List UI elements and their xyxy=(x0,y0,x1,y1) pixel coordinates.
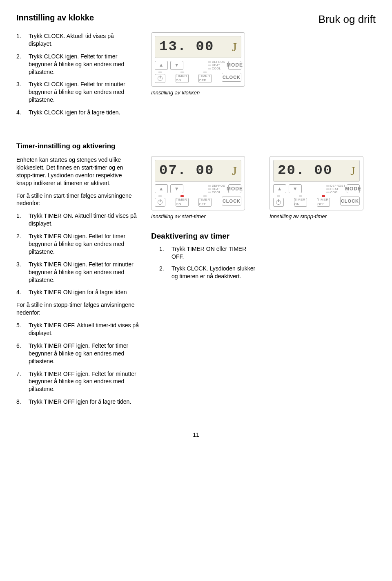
timer-off-button[interactable]: TIMER OFF xyxy=(317,198,330,207)
list-item: Trykk CLOCK igjen. Feltet for minutter b… xyxy=(29,80,139,104)
list-item: Trykk TIMER ON igjen. Feltet for minutte… xyxy=(29,261,139,284)
timer-on-led xyxy=(299,195,302,197)
lcd-time: 13. 00 xyxy=(159,38,214,56)
timer-off-button[interactable]: TIMER OFF xyxy=(198,74,212,83)
up-button[interactable]: ▲ xyxy=(273,184,286,193)
list-item: Trykk TIMER ON. Aktuell timer-tid vises … xyxy=(29,212,139,228)
section-title-deactivate: Deaktivering av timer xyxy=(151,231,257,241)
clock-button[interactable]: CLOCK xyxy=(340,197,360,206)
section-title-clock: Innstilling av klokke xyxy=(16,12,94,23)
power-icon xyxy=(158,76,163,81)
page-header: Innstilling av klokke Bruk og drift xyxy=(16,12,376,29)
timer-stop-steps-list: Trykk TIMER OFF. Aktuell timer-tid vises… xyxy=(16,322,139,406)
section-title-timer: Timer-innstilling og aktivering xyxy=(16,142,376,151)
timer-on-button[interactable]: TIMER ON xyxy=(294,198,307,207)
panel-caption-clock: Innstilling av klokken xyxy=(151,89,257,96)
lcd-display: 13. 00 J xyxy=(155,36,241,58)
lcd-display: 20. 00 J xyxy=(273,160,360,182)
brand-logo: J xyxy=(232,163,237,179)
power-button[interactable] xyxy=(155,198,165,207)
clock-steps-list: Trykk CLOCK. Aktuell tid vises på displa… xyxy=(16,32,139,116)
list-item: Trykk CLOCK igjen. Feltet for timer begy… xyxy=(29,53,139,76)
power-led xyxy=(158,72,162,73)
clock-button[interactable]: CLOCK xyxy=(222,197,241,206)
lcd-time: 07. 00 xyxy=(159,161,214,180)
list-item: Trykk CLOCK. Lysdioden slukker og timere… xyxy=(172,265,257,280)
list-item: Trykk TIMER ON igjen for å lagre tiden xyxy=(29,288,127,296)
brand-logo: J xyxy=(232,39,237,56)
panel-caption-stop: Innstilling av stopp-timer xyxy=(270,213,376,220)
power-led xyxy=(277,195,280,197)
power-button[interactable] xyxy=(273,198,284,207)
timer-off-button[interactable]: TIMER OFF xyxy=(198,198,212,207)
timer-on-button[interactable]: TIMER ON xyxy=(176,74,189,83)
list-item: Trykk TIMER ON igjen. Feltet for timer b… xyxy=(29,232,139,256)
timer-intro-stop: For å stille inn stopp-timer følges anvi… xyxy=(16,301,139,317)
up-button[interactable]: ▲ xyxy=(155,184,168,193)
mode-indicators: DEFROST HEAT COOL xyxy=(208,184,227,194)
list-item: Trykk TIMER ON eller TIMER OFF. xyxy=(172,245,257,261)
power-icon xyxy=(276,200,281,205)
control-panel-stop-timer: 20. 00 J ▲ ▼ DEFROST HEAT COOL xyxy=(270,156,363,210)
timer-intro: Enheten kan startes og stenges ved ulike… xyxy=(16,156,139,187)
section-timer: Enheten kan startes og stenges ved ulike… xyxy=(16,156,376,411)
lcd-time: 20. 00 xyxy=(278,161,332,180)
page-category: Bruk og drift xyxy=(318,12,376,27)
up-button[interactable]: ▲ xyxy=(155,61,168,70)
page-number: 11 xyxy=(16,431,376,439)
deactivate-steps-list: Trykk TIMER ON eller TIMER OFF. Trykk CL… xyxy=(159,245,257,280)
section-clock: Trykk CLOCK. Aktuell tid vises på displa… xyxy=(16,32,376,121)
timer-off-led xyxy=(322,195,325,197)
list-item: Trykk TIMER OFF. Aktuell timer-tid vises… xyxy=(29,322,139,337)
down-button[interactable]: ▼ xyxy=(170,61,183,70)
timer-on-led xyxy=(180,195,184,197)
mode-button[interactable]: MODE xyxy=(347,184,360,193)
brand-logo: J xyxy=(350,163,355,179)
list-item: Trykk CLOCK igjen for å lagre tiden. xyxy=(29,109,120,116)
list-item: Trykk TIMER OFF igjen. Feltet for minutt… xyxy=(29,370,139,393)
list-item: Trykk TIMER OFF igjen. Feltet for timer … xyxy=(29,342,139,365)
mode-indicators: DEFROST HEAT COOL xyxy=(326,184,345,194)
clock-button[interactable]: CLOCK xyxy=(222,73,241,82)
list-item: Trykk TIMER OFF igjen for å lagre tiden. xyxy=(29,398,131,406)
list-item: Trykk CLOCK. Aktuell tid vises på displa… xyxy=(29,32,139,48)
control-panel-start-timer: 07. 00 J ▲ ▼ DEFROST HEAT COOL xyxy=(151,156,245,210)
mode-button[interactable]: MODE xyxy=(228,184,241,193)
mode-indicators: DEFROST HEAT COOL xyxy=(208,60,227,70)
power-led xyxy=(158,195,162,197)
down-button[interactable]: ▼ xyxy=(170,184,183,193)
timer-off-led xyxy=(203,72,207,73)
timer-start-steps-list: Trykk TIMER ON. Aktuell timer-tid vises … xyxy=(16,212,139,296)
control-panel-clock: 13. 00 J ▲ ▼ DEFROST HEAT COOL xyxy=(151,32,245,87)
power-icon xyxy=(158,200,163,205)
panel-caption-start: Innstilling av start-timer xyxy=(151,213,257,220)
timer-off-led xyxy=(203,195,207,197)
timer-on-button[interactable]: TIMER ON xyxy=(176,198,189,207)
lcd-display: 07. 00 J xyxy=(155,160,241,182)
down-button[interactable]: ▼ xyxy=(289,184,302,193)
timer-on-led xyxy=(180,72,184,73)
timer-intro-start: For å stille inn start-timer følges anvi… xyxy=(16,192,139,208)
mode-button[interactable]: MODE xyxy=(228,61,241,70)
power-button[interactable] xyxy=(155,74,165,83)
